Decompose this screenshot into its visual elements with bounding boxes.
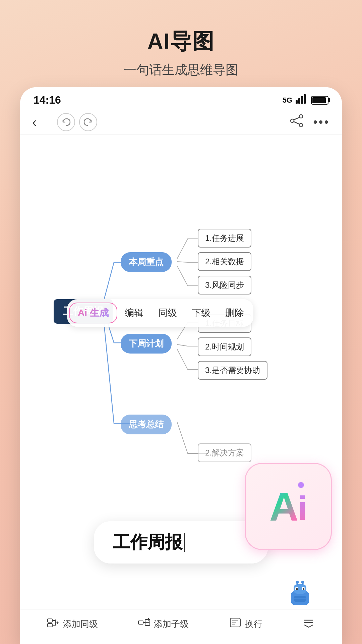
- svg-point-13: [296, 588, 298, 590]
- svg-line-7: [294, 117, 299, 120]
- svg-point-5: [291, 119, 294, 122]
- page-header: AI导图 一句话生成思维导图: [0, 0, 362, 92]
- toolbar: ‹ •••: [20, 110, 342, 135]
- toolbar-right: •••: [290, 114, 330, 131]
- robot-icon[interactable]: [285, 579, 315, 610]
- mindmap-area: 工作周报 本周重点 下周计划 思考总结 1.任务进展 2.相关数据 3.风险同步…: [20, 135, 342, 644]
- leaf-3[interactable]: 3.风险同步: [198, 276, 251, 294]
- ai-icon-overlay: A i: [245, 463, 332, 550]
- add-child-icon: [138, 616, 150, 632]
- svg-rect-0: [296, 100, 298, 104]
- svg-rect-3: [304, 94, 306, 104]
- add-child-label: 添加子级: [154, 618, 189, 630]
- svg-point-6: [299, 123, 303, 127]
- node-branch3[interactable]: 思考总结: [121, 415, 172, 434]
- bottom-bar: 添加同级 添加子级: [20, 609, 342, 644]
- more-options-button[interactable]: [302, 616, 315, 632]
- line-break-button[interactable]: 换行: [229, 616, 262, 632]
- svg-line-8: [294, 122, 299, 124]
- svg-point-16: [301, 581, 304, 584]
- add-same-icon: [47, 616, 60, 632]
- svg-rect-32: [145, 620, 150, 622]
- leaf-5[interactable]: 2.时间规划: [198, 337, 251, 356]
- battery-icon: [311, 96, 328, 105]
- status-icons: 5G: [283, 94, 328, 106]
- input-cursor: [184, 533, 185, 552]
- svg-rect-33: [145, 623, 150, 626]
- phone-mock: 14:16 5G ‹: [20, 87, 342, 644]
- add-same-level-button[interactable]: 添加同级: [47, 616, 98, 632]
- leaf-6[interactable]: 3.是否需要协助: [198, 361, 267, 380]
- input-text: 工作周报: [113, 531, 182, 554]
- ai-letter-a: A: [269, 483, 297, 530]
- mindmap-lines: [20, 135, 342, 644]
- page-subtitle: 一句话生成思维导图: [0, 61, 362, 78]
- status-time: 14:16: [34, 94, 61, 106]
- redo-button[interactable]: [79, 113, 97, 131]
- signal-icon: [296, 94, 308, 106]
- delete-button[interactable]: 删除: [218, 303, 251, 323]
- edit-button[interactable]: 编辑: [117, 303, 151, 323]
- ai-generate-button[interactable]: Ai 生成: [69, 303, 117, 323]
- line-break-icon: [229, 616, 242, 632]
- ai-generate-label: Ai 生成: [78, 307, 109, 319]
- svg-rect-24: [48, 624, 52, 627]
- more-button[interactable]: •••: [313, 115, 330, 129]
- toolbar-divider: [50, 115, 50, 129]
- more-down-icon: [302, 616, 315, 632]
- node-branch1[interactable]: 本周重点: [121, 252, 172, 272]
- leaf-7[interactable]: 2.解决方案: [198, 443, 251, 462]
- svg-rect-2: [301, 96, 303, 104]
- 5g-icon: 5G: [283, 96, 292, 105]
- svg-rect-30: [138, 621, 143, 624]
- undo-button[interactable]: [57, 113, 75, 131]
- same-level-button[interactable]: 同级: [151, 303, 184, 323]
- page-title: AI导图: [0, 27, 362, 56]
- add-child-button[interactable]: 添加子级: [138, 616, 189, 632]
- svg-point-14: [303, 588, 305, 590]
- status-bar: 14:16 5G: [20, 87, 342, 110]
- share-button[interactable]: [290, 114, 304, 131]
- line-break-label: 换行: [245, 618, 262, 630]
- back-button[interactable]: ‹: [32, 115, 43, 130]
- leaf-2[interactable]: 2.相关数据: [198, 252, 251, 271]
- ai-letter-i: i: [298, 489, 307, 528]
- svg-rect-1: [298, 98, 300, 104]
- node-branch2[interactable]: 下周计划: [121, 334, 172, 354]
- leaf-1[interactable]: 1.任务进展: [198, 229, 251, 248]
- sub-level-button[interactable]: 下级: [184, 303, 218, 323]
- ai-dot: [298, 482, 304, 488]
- svg-point-15: [296, 581, 299, 584]
- add-same-label: 添加同级: [63, 618, 98, 630]
- input-overlay[interactable]: 工作周报: [94, 521, 268, 564]
- svg-rect-23: [48, 619, 52, 622]
- context-menu: Ai 生成 编辑 同级 下级 删除: [67, 299, 253, 327]
- svg-point-4: [299, 115, 303, 118]
